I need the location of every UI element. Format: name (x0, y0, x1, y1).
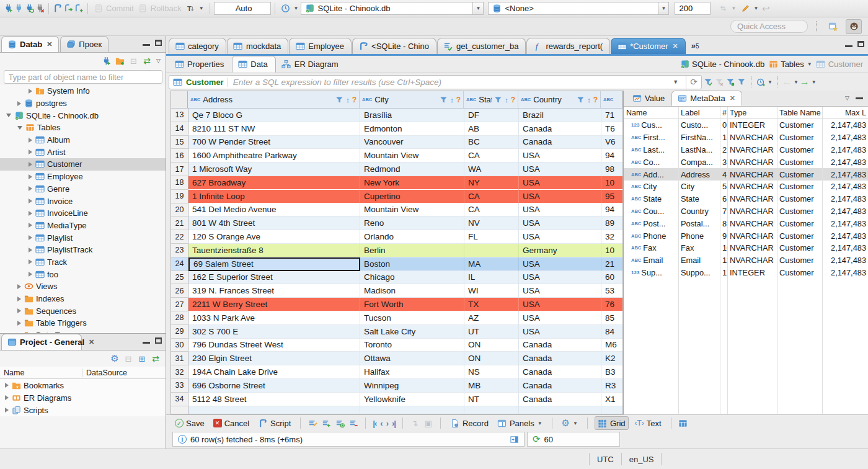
cell[interactable]: CA (464, 149, 519, 163)
settings-button[interactable]: ⚙ ▼ (559, 416, 580, 430)
tab-projects[interactable]: Проек (60, 36, 108, 52)
expand-arrow-icon[interactable] (29, 174, 32, 179)
cell[interactable]: 84 (601, 325, 623, 339)
cell[interactable]: 10 (601, 176, 623, 190)
maximize-icon[interactable] (857, 41, 864, 47)
metadata-row[interactable]: ABCFirst...FirstNa...1NVARCHARCustomer2,… (624, 132, 868, 144)
text-view-button[interactable]: ‹T› Text (632, 418, 664, 429)
row-number[interactable]: 16 (171, 149, 188, 163)
collapse-arrow-icon[interactable] (6, 114, 11, 117)
cell[interactable]: Reno (360, 217, 464, 230)
tree-item-playlisttrack[interactable]: PlaylistTrack (0, 244, 166, 256)
dropdown-arrow-icon[interactable]: ▼ (812, 79, 817, 85)
cell[interactable]: NV (464, 217, 519, 230)
cell[interactable]: MA (464, 257, 519, 271)
new-sql-editor-icon[interactable] (74, 4, 84, 14)
close-icon[interactable]: ✕ (730, 94, 735, 102)
tree-item-views[interactable]: Views (0, 280, 166, 293)
cell[interactable]: 696 Osborne Street (188, 379, 360, 393)
cell[interactable]: ON (464, 339, 519, 352)
maximize-icon[interactable] (155, 337, 162, 344)
cell[interactable]: FL (464, 230, 519, 244)
row-number[interactable]: 29 (171, 325, 188, 339)
schema-select[interactable]: <None> ▼ (488, 2, 669, 15)
add-row-icon[interactable] (321, 418, 331, 428)
row-number[interactable] (171, 406, 188, 414)
expand-arrow-icon[interactable] (17, 308, 21, 313)
column-sort-icon[interactable]: ↕ (346, 96, 350, 104)
history-button[interactable]: ▼ (279, 2, 301, 15)
cell[interactable]: Edmonton (360, 122, 464, 136)
minimize-icon[interactable] (143, 342, 150, 344)
cell[interactable]: Yellowknife (360, 393, 464, 406)
refresh-presentation-button[interactable]: ▼ (716, 2, 738, 15)
cell[interactable]: Canada (519, 122, 601, 136)
cell[interactable]: USA (519, 163, 601, 176)
cell[interactable]: UT (464, 325, 519, 339)
tree-item-invoice[interactable]: Invoice (0, 195, 166, 207)
expand-arrow-icon[interactable] (5, 408, 9, 413)
cell[interactable]: AB (464, 122, 519, 136)
cell[interactable] (360, 406, 464, 414)
cell[interactable]: Canada (519, 365, 601, 379)
tree-item-indexes[interactable]: Indexes (0, 293, 166, 305)
minimize-icon[interactable] (856, 97, 863, 99)
tree-item-artist[interactable]: Artist (0, 146, 166, 158)
zoom-cell-icon[interactable]: ▣ (423, 418, 433, 428)
duplicate-row-icon[interactable] (335, 418, 345, 428)
breadcrumb-tables[interactable]: Tables▼ (768, 59, 812, 69)
dbeaver-perspective-button[interactable] (846, 19, 862, 34)
column-filter-icon[interactable] (494, 95, 502, 105)
delete-row-icon[interactable] (348, 418, 358, 428)
close-icon[interactable]: ✕ (673, 42, 678, 50)
column-header-country[interactable]: ABCCountry↕? (518, 91, 601, 108)
column-sort-icon[interactable]: ↕ (587, 96, 591, 104)
expand-arrow-icon[interactable] (29, 211, 32, 216)
cell[interactable]: Chicago (360, 271, 464, 285)
cell[interactable]: 700 W Pender Street (188, 136, 360, 150)
row-number[interactable]: 30 (171, 339, 188, 352)
cell[interactable] (464, 244, 519, 257)
expand-arrow-icon[interactable] (29, 89, 32, 94)
row-number[interactable]: 19 (171, 190, 188, 203)
reconnect-icon[interactable] (24, 4, 34, 14)
expand-arrow-icon[interactable] (29, 199, 32, 203)
collapse-all-icon[interactable]: ⊟ (123, 354, 133, 364)
cell[interactable]: 5112 48 Street (188, 393, 360, 406)
cell[interactable]: Canada (519, 379, 601, 393)
cell[interactable]: Germany (519, 244, 601, 257)
row-number[interactable]: 17 (171, 163, 188, 176)
tree-item-track[interactable]: Track (0, 256, 166, 269)
cell[interactable]: USA (519, 311, 601, 325)
quick-access-input[interactable] (730, 20, 808, 33)
expand-arrow-icon[interactable] (17, 321, 21, 326)
cell[interactable]: Canada (519, 339, 601, 352)
locale-indicator[interactable]: en_US (621, 453, 662, 465)
column-header-city[interactable]: ABCCity↕? (360, 91, 464, 108)
metadata-row[interactable]: 123Sup...Suppo...12INTEGERCustomer2,147,… (624, 267, 868, 279)
tree-item-album[interactable]: Album (0, 134, 166, 146)
fetch-next-icon[interactable]: → (800, 76, 810, 87)
cell[interactable]: Mountain View (360, 203, 464, 217)
cell[interactable]: 21 (601, 257, 623, 271)
cell[interactable]: M6 (601, 339, 623, 352)
cell[interactable]: 796 Dundas Street West (188, 339, 360, 352)
grid-view-button[interactable]: Grid (595, 416, 629, 430)
cell[interactable]: USA (519, 325, 601, 339)
tree-item-genre[interactable]: Genre (0, 183, 166, 195)
auto-refresh-icon[interactable]: ⟳ (533, 434, 541, 445)
expand-arrow-icon[interactable] (29, 235, 32, 240)
tree-item-sqlite-chinook-db[interactable]: SQLite - Chinook.db (0, 109, 166, 122)
cell[interactable]: 76 (601, 298, 623, 311)
cell[interactable]: Madison (360, 284, 464, 298)
cell[interactable]: Brazil (519, 109, 601, 122)
cell[interactable]: 1 Infinite Loop (188, 190, 360, 203)
editor-tab-rewards-report[interactable]: frewards_report( (526, 38, 610, 54)
script-button[interactable]: Script (255, 417, 293, 429)
save-filter-icon[interactable] (725, 77, 735, 87)
link-with-editor-icon[interactable]: ⇄ (142, 56, 152, 66)
column-sort-icon[interactable]: ↕ (505, 96, 508, 104)
dropdown-arrow-icon[interactable]: ▼ (794, 79, 799, 85)
timezone-indicator[interactable]: UTC (589, 453, 621, 465)
link-with-editor-icon[interactable]: ⇄ (151, 354, 161, 364)
